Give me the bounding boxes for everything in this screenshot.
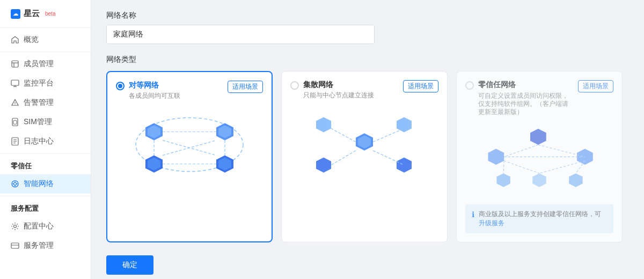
svg-point-20 (14, 225, 17, 228)
divider-3 (0, 196, 91, 196)
sidebar: ☁ 星云 beta 概览 成员管理 监控平台 告警管理 SIM管理 (0, 0, 91, 279)
sim-label: SIM管理 (24, 117, 52, 127)
service-config-section: 服务配置 (0, 198, 91, 217)
svg-rect-0 (12, 61, 18, 67)
hub-scenario-btn[interactable]: 适用场景 (403, 80, 438, 92)
hub-diagram (290, 106, 438, 182)
svg-marker-51 (496, 173, 510, 187)
monitor-label: 监控平台 (24, 78, 54, 88)
sidebar-overview-label: 概览 (24, 35, 39, 45)
network-card-zero-trust: 零信任网络 可自定义设置成员间访问权限，仅支持纯软件组网。（客户端请更新至最新版… (456, 71, 623, 242)
hub-radio[interactable] (290, 81, 299, 90)
svg-line-60 (539, 161, 585, 173)
network-card-peer[interactable]: 对等网络 各成员间均可互联 适用场景 (106, 71, 273, 242)
svg-rect-3 (11, 80, 19, 85)
network-name-input[interactable] (106, 25, 375, 44)
sidebar-item-alerts[interactable]: 告警管理 (0, 93, 91, 112)
svg-point-15 (14, 183, 17, 185)
config-center-label: 配置中心 (24, 221, 54, 231)
zero-trust-radio (465, 81, 474, 90)
svg-marker-41 (397, 117, 412, 132)
svg-line-45 (373, 128, 404, 142)
zero-trust-subtitle: 可自定义设置成员间访问权限，仅支持纯软件组网。（客户端请更新至最新版） (478, 92, 574, 116)
svg-marker-53 (569, 173, 582, 187)
sidebar-item-config-center[interactable]: 配置中心 (0, 217, 91, 236)
hub-title: 集散网络 (303, 80, 333, 90)
svg-rect-21 (11, 243, 19, 248)
svg-marker-42 (316, 158, 331, 173)
sidebar-item-monitor[interactable]: 监控平台 (0, 74, 91, 93)
network-icon (11, 180, 19, 188)
zero-trust-title: 零信任网络 (478, 80, 516, 90)
hub-title-row: 集散网络 (290, 80, 374, 90)
svg-marker-49 (488, 149, 504, 165)
zero-trust-card-header: 零信任网络 可自定义设置成员间访问权限，仅支持纯软件组网。（客户端请更新至最新版… (465, 80, 613, 116)
sidebar-item-members[interactable]: 成员管理 (0, 54, 91, 74)
svg-marker-40 (316, 117, 331, 132)
beta-tag: beta (45, 11, 55, 17)
star-cloud-label: 星云 (24, 9, 40, 19)
service-mgmt-label: 服务管理 (24, 241, 54, 251)
info-icon: ℹ (472, 210, 474, 219)
divider-1 (0, 52, 91, 52)
svg-marker-52 (532, 173, 546, 187)
members-icon (11, 60, 19, 68)
svg-point-7 (15, 104, 16, 105)
peer-radio[interactable] (116, 82, 125, 90)
network-type-label: 网络类型 (106, 55, 629, 65)
members-label: 成员管理 (24, 59, 54, 69)
alert-icon (11, 98, 19, 107)
home-icon (11, 35, 19, 44)
svg-line-57 (503, 161, 504, 173)
logs-icon (11, 137, 19, 146)
svg-line-58 (504, 161, 539, 173)
peer-card-header: 对等网络 各成员间均可互联 适用场景 (116, 81, 263, 101)
sidebar-item-overview[interactable]: 概览 (0, 30, 91, 49)
service-icon (11, 241, 19, 250)
sidebar-item-smart-network[interactable]: 智能网络 (0, 174, 91, 194)
zero-trust-section: 零信任 (0, 156, 91, 174)
sim-icon (11, 118, 19, 126)
svg-line-55 (538, 145, 585, 156)
sidebar-item-service-mgmt[interactable]: 服务管理 (0, 236, 91, 255)
zero-trust-info-box: ℹ 商业版及以上服务支持创建零信任网络，可 升级服务 (465, 204, 613, 233)
peer-scenario-btn[interactable]: 适用场景 (228, 81, 263, 93)
logs-label: 日志中心 (24, 137, 54, 146)
divider-top (0, 27, 91, 28)
sidebar-item-sim[interactable]: SIM管理 (0, 112, 91, 132)
network-type-selector: 对等网络 各成员间均可互联 适用场景 (106, 71, 629, 242)
sidebar-logo: ☁ 星云 beta (0, 0, 91, 25)
zero-trust-info-text: 商业版及以上服务支持创建零信任网络，可 升级服务 (479, 210, 607, 228)
hub-card-header: 集散网络 只能与中心节点建立连接 适用场景 (290, 80, 438, 100)
zero-trust-scenario-btn[interactable]: 适用场景 (578, 80, 613, 92)
svg-marker-48 (530, 129, 546, 145)
svg-line-54 (504, 145, 538, 156)
svg-line-44 (331, 128, 356, 142)
sidebar-item-logs[interactable]: 日志中心 (0, 132, 91, 151)
peer-title: 对等网络 (129, 81, 159, 90)
peer-title-row: 对等网络 (116, 81, 180, 90)
svg-rect-9 (13, 120, 17, 124)
zero-trust-title-row: 零信任网络 (465, 80, 574, 90)
monitor-icon (11, 79, 19, 88)
main-content: 网络名称 网络类型 对等网络 各成员间均可互联 适用场景 (91, 0, 644, 279)
network-card-hub[interactable]: 集散网络 只能与中心节点建立连接 适用场景 (281, 71, 448, 242)
svg-line-46 (331, 151, 356, 165)
smart-network-label: 智能网络 (24, 179, 54, 189)
config-icon (11, 222, 19, 231)
svg-marker-43 (397, 158, 412, 173)
zero-trust-diagram (465, 123, 613, 198)
logo-icon: ☁ (11, 9, 20, 19)
confirm-button[interactable]: 确定 (106, 255, 153, 275)
alerts-label: 告警管理 (24, 98, 54, 108)
peer-diagram (116, 107, 263, 182)
hub-subtitle: 只能与中心节点建立连接 (303, 91, 374, 100)
upgrade-link[interactable]: 升级服务 (479, 219, 504, 227)
network-name-label: 网络名称 (106, 11, 629, 20)
divider-2 (0, 153, 91, 154)
peer-subtitle: 各成员间均可互联 (129, 91, 180, 101)
